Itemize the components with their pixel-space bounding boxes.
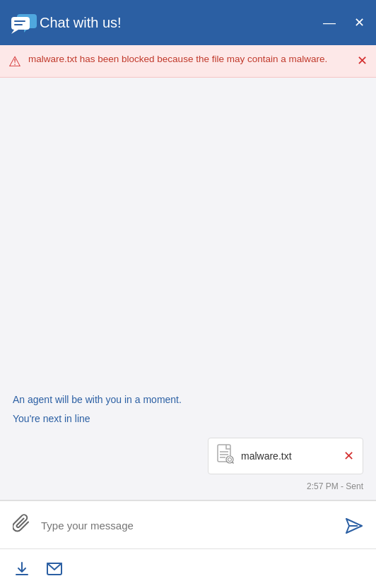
- svg-rect-4: [14, 20, 25, 22]
- chat-icon: [8, 7, 40, 38]
- timestamp: 2:57 PM - Sent: [307, 481, 363, 491]
- download-button[interactable]: [13, 560, 31, 578]
- system-message-1: An agent will be with you in a moment.: [13, 392, 363, 407]
- file-icon: [217, 444, 234, 468]
- chat-messages: An agent will be with you in a moment. Y…: [13, 392, 363, 491]
- email-button[interactable]: [45, 561, 64, 577]
- file-attachment: malware.txt ✕: [208, 438, 363, 474]
- warning-text: malware.txt has been blocked because the…: [28, 52, 350, 66]
- svg-rect-2: [11, 17, 30, 30]
- timestamp-row: 2:57 PM - Sent: [13, 481, 363, 491]
- title-bar-controls: — ✕: [320, 13, 368, 32]
- send-icon: [343, 516, 363, 536]
- close-button[interactable]: ✕: [351, 13, 368, 32]
- file-name: malware.txt: [241, 450, 336, 462]
- warning-close-button[interactable]: ✕: [357, 53, 368, 68]
- input-row: [10, 510, 366, 541]
- minimize-button[interactable]: —: [320, 13, 339, 32]
- file-remove-button[interactable]: ✕: [343, 448, 354, 464]
- svg-marker-3: [11, 30, 18, 34]
- file-attachment-row: malware.txt ✕: [13, 438, 363, 474]
- warning-banner: ⚠ malware.txt has been blocked because t…: [0, 45, 376, 78]
- warning-icon: ⚠: [8, 53, 21, 70]
- title-bar-title: Chat with us!: [40, 15, 320, 31]
- attach-button[interactable]: [10, 510, 34, 541]
- svg-line-11: [233, 462, 234, 464]
- system-message-2: You're next in line: [13, 412, 363, 426]
- send-button[interactable]: [341, 513, 366, 539]
- svg-rect-5: [14, 24, 23, 25]
- chat-area: An agent will be with you in a moment. Y…: [0, 78, 376, 500]
- message-input[interactable]: [41, 515, 334, 536]
- title-bar: Chat with us! — ✕: [0, 0, 376, 45]
- input-area: [0, 500, 376, 548]
- bottom-toolbar: [0, 548, 376, 588]
